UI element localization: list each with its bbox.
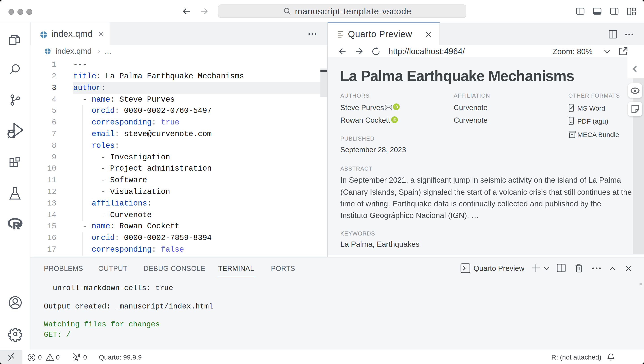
svg-text:iD: iD [392, 118, 396, 122]
svg-text:iD: iD [394, 105, 398, 109]
